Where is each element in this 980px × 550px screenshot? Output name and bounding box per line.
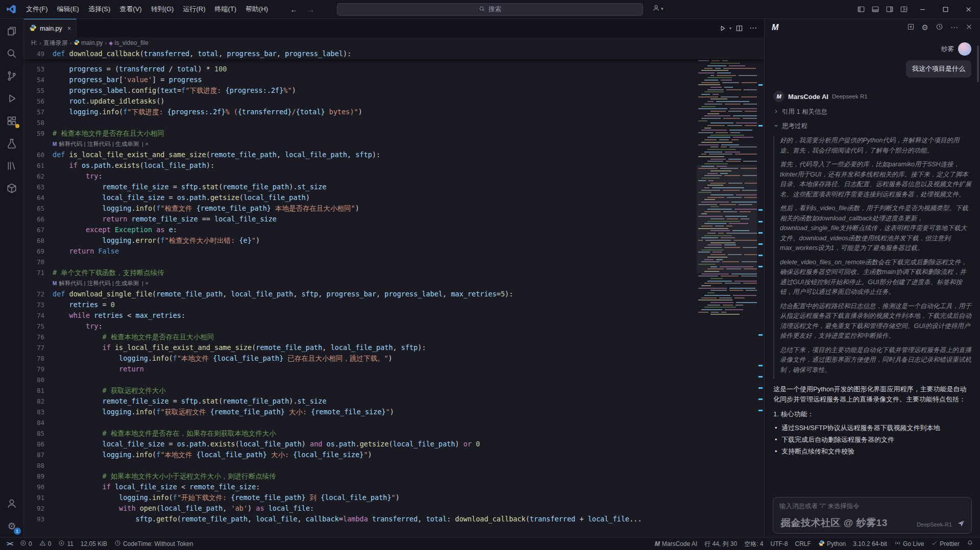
status-encoding[interactable]: UTF-8 [767, 538, 792, 550]
status-file-size[interactable]: 12.05 KiB [77, 538, 111, 550]
breadcrumb-item[interactable]: main.py [74, 39, 103, 47]
status-remote-indicator[interactable]: >< [3, 538, 16, 550]
search-icon [479, 6, 485, 14]
gear-icon[interactable]: ⚙ [922, 23, 928, 32]
codelens-row[interactable]: M解释代码 | 注释代码 | 生成单测| × [24, 139, 764, 149]
code-text: return [53, 364, 144, 374]
send-icon[interactable] [957, 519, 965, 530]
maximize-icon[interactable] [934, 0, 957, 18]
codelens-actions[interactable]: 解释代码 | 注释代码 | 生成单测 [59, 278, 139, 289]
menu-item[interactable]: 查看(V) [115, 0, 146, 18]
minimap-line [697, 240, 757, 241]
ruler-mark [758, 243, 763, 245]
code-editor[interactable]: 49def download_callback(transferred, tot… [24, 48, 764, 537]
line-number: 87 [24, 449, 53, 460]
sidebar-item-account[interactable] [0, 492, 24, 515]
menu-item[interactable]: 文件(F) [21, 0, 53, 18]
code-line: 91 logging.info(f"开始下载文件: {remote_file_p… [24, 492, 764, 503]
breadcrumb-item[interactable]: ◈is_video_file [109, 39, 149, 46]
layout-grid-icon[interactable] [897, 0, 911, 18]
new-chat-icon[interactable] [907, 23, 915, 33]
more-icon[interactable]: ⋯ [950, 23, 958, 32]
history-icon[interactable] [936, 23, 943, 33]
status-indentation[interactable]: 空格: 4 [741, 538, 767, 550]
close-icon[interactable] [957, 0, 980, 18]
minimap-line [697, 63, 757, 64]
status-eol[interactable]: CRLF [792, 538, 815, 550]
menu-item[interactable]: 转到(G) [146, 0, 179, 18]
codelens-actions[interactable]: 解释代码 | 注释代码 | 生成单测 [59, 139, 139, 149]
code-text: # 如果本地文件大小小于远程文件大小，则进行断点续传 [53, 471, 276, 482]
status-label: 11 [67, 540, 73, 547]
codelens-close-icon[interactable]: | × [142, 139, 149, 149]
status-interpreter[interactable]: 3.10.2 64-bit [849, 538, 891, 550]
code-text: remote_file_size = sftp.stat(remote_file… [53, 396, 327, 407]
breadcrumb-item[interactable]: H: [31, 39, 37, 46]
sidebar-item-search[interactable] [0, 42, 24, 65]
minimap-line [697, 130, 757, 131]
close-icon[interactable] [965, 23, 973, 33]
minimap[interactable] [697, 48, 757, 537]
status-counter[interactable]: 11 [55, 538, 77, 550]
sidebar-item-testing[interactable] [0, 132, 24, 155]
status-label: MarsCode AI [662, 540, 697, 547]
minimap-line [697, 72, 757, 73]
line-number: 78 [24, 353, 53, 364]
tab-main-py[interactable]: main.py × [24, 19, 77, 37]
sidebar-item-explorer[interactable] [0, 20, 24, 42]
search-box[interactable]: 搜索 [337, 3, 643, 16]
sticky-gap [24, 59, 764, 64]
thinking-toggle[interactable]: 思考过程 [773, 122, 971, 131]
status-prettier[interactable]: Prettier [927, 538, 963, 550]
minimize-icon[interactable] [911, 0, 934, 18]
status-notifications[interactable] [963, 538, 977, 550]
status-language[interactable]: Python [815, 538, 849, 550]
status-go-live[interactable]: Go Live [891, 538, 927, 550]
layout-sidebar-right-icon[interactable] [883, 0, 897, 18]
menu-item[interactable]: 选择(S) [84, 0, 115, 18]
thinking-content: 好的，我需要分析用户提供的Python代码，并解释这个项目的用途。首先，我会仔细… [773, 136, 971, 379]
nav-back-icon[interactable]: ← [286, 5, 302, 14]
menu-item[interactable]: 编辑(E) [53, 0, 84, 18]
sidebar-item-package[interactable] [0, 177, 24, 199]
nav-forward-icon[interactable]: → [303, 5, 318, 14]
minimap-line [697, 65, 757, 66]
code-line: 73 retries = 0 [24, 299, 764, 310]
codelens-row[interactable]: M解释代码 | 注释代码 | 生成单测| × [24, 278, 764, 289]
status-marscode-status[interactable]: MMarsCode AI [651, 538, 701, 550]
profile-dropdown[interactable]: ▾ [652, 4, 664, 13]
status-codetime[interactable]: CodeTime: Without Token [111, 538, 197, 550]
layout-panel-icon[interactable] [868, 0, 883, 18]
ruler-mark [758, 84, 763, 86]
minimap-line [697, 281, 757, 282]
status-cursor-position[interactable]: 行 44, 列 30 [701, 538, 741, 550]
split-editor-icon[interactable] [733, 24, 745, 32]
more-actions-icon[interactable]: ⋯ [747, 23, 759, 33]
layout-sidebar-left-icon[interactable] [854, 0, 868, 18]
sidebar-item-source-control[interactable] [0, 65, 24, 87]
menu-item[interactable]: 终端(T) [210, 0, 241, 18]
status-errors[interactable]: 0 [16, 538, 36, 550]
run-file-icon[interactable] [717, 24, 728, 32]
sidebar-item-library[interactable] [0, 155, 24, 177]
reference-toggle[interactable]: 引用 1 相关信息 [773, 108, 971, 116]
sidebar-item-run-debug[interactable] [0, 87, 24, 110]
minimap-line [697, 276, 757, 277]
model-selector[interactable]: DeepSeek-R1 [917, 521, 952, 528]
panel-scrollbar[interactable] [977, 45, 979, 82]
user-row: 纱雾 [773, 42, 971, 56]
status-label: 3.10.2 64-bit [853, 540, 887, 547]
run-dropdown-icon[interactable]: ▾ [729, 26, 731, 31]
status-warnings[interactable]: 0 [36, 538, 55, 550]
minimap-line [697, 278, 757, 279]
codelens-close-icon[interactable]: | × [142, 278, 149, 289]
line-number: 71 [24, 267, 53, 278]
python-icon [818, 540, 825, 548]
sidebar-item-settings[interactable]: ⚙1 [0, 515, 24, 537]
sidebar-item-extensions[interactable] [0, 110, 24, 132]
breadcrumb-item[interactable]: 直播录屏 [43, 39, 68, 47]
menu-item[interactable]: 帮助(H) [241, 0, 273, 18]
minimap-line [697, 128, 757, 129]
close-tab-icon[interactable]: × [67, 24, 71, 32]
menu-item[interactable]: 运行(R) [178, 0, 210, 18]
